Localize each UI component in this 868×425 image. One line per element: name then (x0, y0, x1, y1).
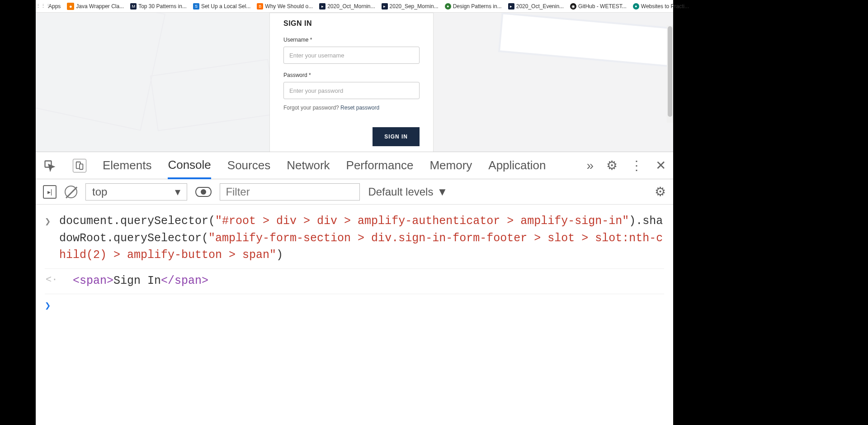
bookmark-label: GitHub - WETEST... (578, 3, 627, 10)
close-icon[interactable]: ✕ (656, 158, 666, 173)
devtools-panel: Elements Console Sources Network Perform… (36, 152, 673, 425)
console-result-line[interactable]: <· <span>Sign In</span> (45, 269, 664, 295)
github-icon: ◉ (570, 3, 576, 10)
apps-icon: ⋮⋮⋮ (39, 3, 47, 10)
tab-network[interactable]: Network (287, 153, 330, 178)
tab-sources[interactable]: Sources (227, 153, 270, 178)
settings-gear-icon[interactable]: ⚙ (606, 158, 618, 173)
bookmark-label: 2020_Oct_Evenin... (516, 3, 564, 10)
bookmark-sep-morning[interactable]: ▸ 2020_Sep_Mornin... (382, 3, 439, 10)
tab-console[interactable]: Console (168, 153, 211, 179)
bookmark-websites[interactable]: ● Websites to Practi... (633, 3, 689, 10)
clear-console-icon[interactable] (65, 186, 77, 198)
log-levels-dropdown[interactable]: Default levels ▼ (368, 186, 448, 198)
signin-card: SIGN IN Username * Password * Forgot you… (269, 13, 434, 152)
dropdown-caret-icon: ▼ (437, 186, 448, 198)
bookmarks-bar: ⋮⋮⋮ Apps ● Java Wrapper Cla... M Top 30 … (36, 0, 673, 13)
svg-rect-2 (80, 164, 83, 169)
console-toolbar: ▸| top ▾ Default levels ▼ ⚙ (36, 179, 673, 205)
bookmark-apps[interactable]: ⋮⋮⋮ Apps (39, 3, 61, 10)
bookmark-oct-evening[interactable]: ▸ 2020_Oct_Evenin... (508, 3, 564, 10)
device-toggle-icon[interactable] (73, 159, 86, 172)
devtools-tabs: Elements Console Sources Network Perform… (36, 152, 673, 179)
reset-password-link[interactable]: Reset password (340, 105, 379, 111)
dropdown-caret-icon: ▾ (175, 186, 180, 198)
favicon-icon: ▸ (508, 3, 514, 10)
bookmark-patterns[interactable]: M Top 30 Patterns in... (130, 3, 187, 10)
levels-label: Default levels (368, 186, 433, 198)
prompt-caret-icon: ❯ (45, 299, 53, 314)
bookmark-label: Top 30 Patterns in... (138, 3, 187, 10)
page-content: SIGN IN Username * Password * Forgot you… (36, 13, 673, 152)
console-code: document.querySelector("#root > div > di… (59, 213, 664, 264)
console-body: ❯ document.querySelector("#root > div > … (36, 205, 673, 320)
favicon-icon: B (257, 3, 263, 10)
bookmark-label: Apps (48, 3, 61, 10)
password-input[interactable] (283, 82, 420, 99)
forgot-text: Forgot your password? (283, 105, 340, 111)
bookmark-label: Websites to Practi... (641, 3, 689, 10)
favicon-icon: ▸ (382, 3, 388, 10)
tab-memory[interactable]: Memory (429, 153, 472, 178)
live-expression-icon[interactable] (195, 187, 212, 197)
console-input-line[interactable]: ❯ document.querySelector("#root > div > … (45, 211, 664, 269)
favicon-icon: M (130, 3, 137, 10)
bookmark-design[interactable]: ● Design Patterns in... (445, 3, 502, 10)
kebab-menu-icon[interactable]: ⋮ (630, 158, 643, 173)
page-scrollbar[interactable] (667, 25, 673, 123)
forgot-password-row: Forgot your password? Reset password (283, 105, 420, 111)
favicon-icon: S (193, 3, 199, 10)
tab-performance[interactable]: Performance (346, 153, 414, 178)
sidebar-toggle-icon[interactable]: ▸| (43, 185, 57, 199)
tab-elements[interactable]: Elements (103, 153, 151, 178)
bookmark-why[interactable]: B Why We Should o... (257, 3, 313, 10)
favicon-icon: ● (67, 3, 74, 10)
bookmark-oct-morning[interactable]: ▸ 2020_Oct_Mornin... (319, 3, 375, 10)
signin-title: SIGN IN (283, 19, 420, 28)
console-result: <span>Sign In</span> (59, 272, 664, 290)
bookmark-label: 2020_Oct_Mornin... (327, 3, 375, 10)
favicon-icon: ▸ (319, 3, 326, 10)
tab-application[interactable]: Application (488, 153, 546, 178)
favicon-icon: ● (445, 3, 451, 10)
bookmark-label: Set Up a Local Sel... (201, 3, 250, 10)
more-tabs-icon[interactable]: » (586, 158, 594, 173)
filter-input[interactable] (220, 183, 360, 201)
bookmark-label: Java Wrapper Cla... (76, 3, 124, 10)
bookmark-label: 2020_Sep_Mornin... (390, 3, 439, 10)
bookmark-github[interactable]: ◉ GitHub - WETEST... (570, 3, 627, 10)
password-label: Password * (283, 72, 420, 78)
bookmark-label: Design Patterns in... (453, 3, 502, 10)
inspect-icon[interactable] (43, 159, 57, 172)
username-input[interactable] (283, 47, 420, 64)
context-value: top (92, 186, 107, 198)
bookmark-label: Why We Should o... (265, 3, 313, 10)
signin-button[interactable]: SIGN IN (373, 127, 420, 146)
username-label: Username * (283, 37, 420, 43)
output-caret-icon: <· (45, 272, 53, 287)
favicon-icon: ● (633, 3, 639, 10)
input-caret-icon: ❯ (45, 215, 53, 264)
console-settings-icon[interactable]: ⚙ (655, 184, 666, 199)
context-selector[interactable]: top ▾ (85, 183, 187, 201)
bookmark-selenium[interactable]: S Set Up a Local Sel... (193, 3, 250, 10)
console-prompt[interactable]: ❯ (45, 294, 664, 314)
bookmark-java[interactable]: ● Java Wrapper Cla... (67, 3, 124, 10)
